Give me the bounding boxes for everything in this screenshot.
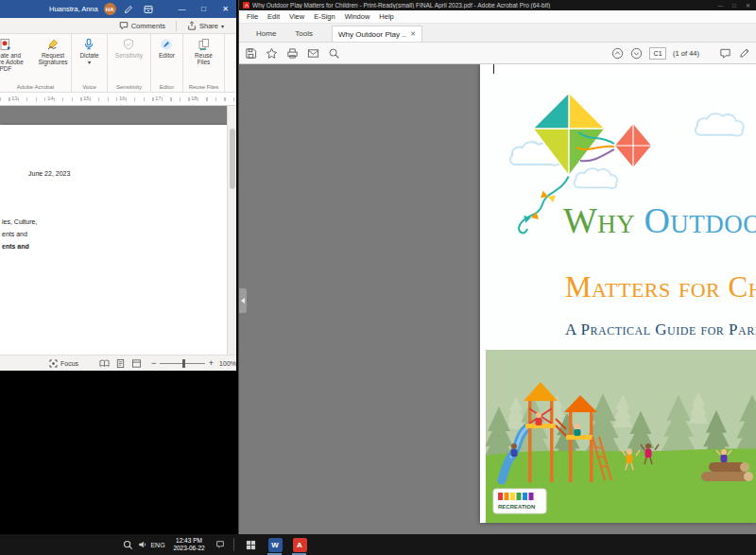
- share-button[interactable]: Share ▾: [182, 19, 229, 32]
- menu-view[interactable]: View: [289, 12, 304, 21]
- ruler-number: 16: [119, 95, 126, 101]
- divider: [176, 21, 177, 31]
- ribbon-group-adobe-acrobat: Create and Share Adobe PDF Request Signa…: [0, 34, 72, 92]
- read-mode-icon[interactable]: [99, 358, 110, 369]
- page-number-input[interactable]: [649, 47, 666, 60]
- ribbon-group-reuse-files: Reuse Files Reuse Files: [183, 34, 225, 92]
- word-page[interactable]: June 22, 2023 ies, Culture, ents and ent…: [0, 125, 227, 355]
- volume-tray-icon[interactable]: [137, 534, 148, 555]
- taskbar-word-button[interactable]: W: [266, 534, 284, 555]
- action-center-button[interactable]: [214, 534, 227, 555]
- zoom-slider-thumb[interactable]: [182, 359, 185, 368]
- comments-label: Comments: [131, 22, 165, 30]
- chevron-down-icon: ▾: [88, 60, 91, 66]
- cover-logo: RECREATION: [493, 489, 546, 513]
- edit-pen-icon[interactable]: [738, 47, 750, 60]
- cover-title: WhyOutdoor: [563, 200, 756, 240]
- star-icon[interactable]: [266, 47, 278, 60]
- minimize-button[interactable]: —: [717, 3, 723, 9]
- page-up-icon[interactable]: [611, 47, 624, 60]
- dictate-button[interactable]: Dictate ▾: [79, 34, 98, 84]
- zoom-in-button[interactable]: +: [209, 358, 214, 368]
- close-button[interactable]: ✕: [746, 2, 750, 9]
- comments-button[interactable]: Comments: [114, 19, 170, 32]
- speaker-icon: [138, 540, 147, 549]
- window-title: Why Outdoor Play Matters for Children - …: [252, 2, 708, 9]
- document-line: ies, Culture,: [2, 218, 37, 225]
- zoom-slider[interactable]: [160, 363, 205, 364]
- ruler-number: 18: [191, 95, 198, 101]
- acrobat-window: Why Outdoor Play Matters for Children - …: [238, 0, 756, 534]
- reuse-files-button[interactable]: Reuse Files: [190, 34, 218, 84]
- save-icon[interactable]: [245, 47, 257, 60]
- search-icon[interactable]: [328, 47, 340, 60]
- acrobat-titlebar: Why Outdoor Play Matters for Children - …: [239, 0, 756, 10]
- close-tab-icon[interactable]: ✕: [410, 30, 416, 38]
- acrobat-document-area[interactable]: WhyOutdoor Matters for Children A Practi…: [239, 64, 756, 534]
- page-down-icon[interactable]: [630, 47, 643, 60]
- minimize-button[interactable]: —: [171, 0, 193, 18]
- menu-help[interactable]: Help: [379, 12, 393, 21]
- group-label-voice: Voice: [72, 84, 107, 92]
- vertical-scrollbar[interactable]: [227, 106, 236, 355]
- ruler[interactable]: 13 14 15 16 17 18: [0, 93, 236, 106]
- menu-window[interactable]: Window: [345, 12, 370, 21]
- microphone-icon: [82, 37, 95, 51]
- clock-time: 12:43 PM: [176, 537, 202, 544]
- web-layout-icon[interactable]: [131, 358, 142, 369]
- nav-pane-toggle[interactable]: [239, 288, 247, 313]
- print-icon[interactable]: [286, 47, 299, 60]
- notification-icon: [215, 540, 225, 549]
- word-user-name: Huanstra, Anna: [49, 5, 98, 13]
- chevron-left-icon: [241, 298, 245, 304]
- restore-button[interactable]: □: [732, 3, 736, 9]
- create-share-pdf-button[interactable]: Create and Share Adobe PDF: [0, 34, 32, 84]
- search-icon: [123, 540, 133, 550]
- email-icon[interactable]: [307, 47, 319, 60]
- taskbar-search-button[interactable]: [120, 534, 135, 555]
- menu-file[interactable]: File: [247, 12, 258, 21]
- avatar[interactable]: HA: [104, 3, 116, 15]
- ribbon-group-voice: Dictate ▾ Voice: [72, 34, 108, 92]
- sensitivity-shield-icon: [122, 37, 135, 51]
- ruler-number: 13: [11, 95, 18, 101]
- request-signatures-button[interactable]: Request Signatures: [32, 34, 72, 84]
- scrollbar-thumb[interactable]: [230, 129, 235, 189]
- taskbar-divider: [233, 538, 234, 551]
- language-indicator[interactable]: ENG: [149, 534, 166, 555]
- word-status-bar: Focus − + 100%: [0, 355, 236, 371]
- tab-document[interactable]: Why Outdoor Play ... ✕: [332, 26, 422, 42]
- word-titlebar: Huanstra, Anna HA — □ ✕: [0, 0, 236, 18]
- zoom-level[interactable]: 100%: [219, 360, 236, 367]
- zoom-out-button[interactable]: −: [151, 358, 156, 368]
- sensitivity-button[interactable]: Sensitivity: [115, 34, 143, 84]
- acrobat-pdf-icon: [0, 37, 12, 51]
- edit-mode-button[interactable]: [121, 2, 136, 17]
- word-window: Huanstra, Anna HA — □ ✕ Comments Share ▾: [0, 0, 236, 371]
- ruler-number: 15: [83, 95, 90, 101]
- focus-button[interactable]: Focus: [49, 359, 78, 368]
- close-button[interactable]: ✕: [215, 0, 236, 18]
- print-layout-icon[interactable]: [115, 358, 126, 369]
- clock[interactable]: 12:43 PM2023-06-22: [168, 534, 210, 555]
- restore-button[interactable]: □: [193, 0, 215, 18]
- acrobat-tabbar: Home Tools Why Outdoor Play ... ✕: [239, 24, 756, 43]
- group-label-reuse-files: Reuse Files: [183, 84, 224, 92]
- ribbon-options-button[interactable]: [141, 2, 156, 17]
- group-label-sensitivity: Sensitivity: [108, 84, 150, 92]
- chevron-down-icon: ▾: [221, 23, 224, 29]
- start-button[interactable]: [242, 534, 259, 555]
- pdf-page[interactable]: WhyOutdoor Matters for Children A Practi…: [480, 64, 756, 523]
- comment-icon[interactable]: [719, 47, 731, 60]
- tab-home[interactable]: Home: [247, 26, 285, 42]
- menu-esign[interactable]: E-Sign: [314, 12, 335, 21]
- menu-edit[interactable]: Edit: [267, 12, 280, 21]
- ribbon-group-sensitivity: Sensitivity Sensitivity: [108, 34, 151, 92]
- word-document-area[interactable]: June 22, 2023 ies, Culture, ents and ent…: [0, 106, 236, 355]
- ribbon-group-editor: Editor Editor: [151, 34, 183, 92]
- ruler-number: 14: [47, 95, 54, 101]
- logo-text: RECREATION: [498, 504, 535, 510]
- taskbar-acrobat-button[interactable]: A: [291, 534, 308, 555]
- tab-tools[interactable]: Tools: [285, 26, 322, 42]
- editor-button[interactable]: Editor: [159, 34, 175, 84]
